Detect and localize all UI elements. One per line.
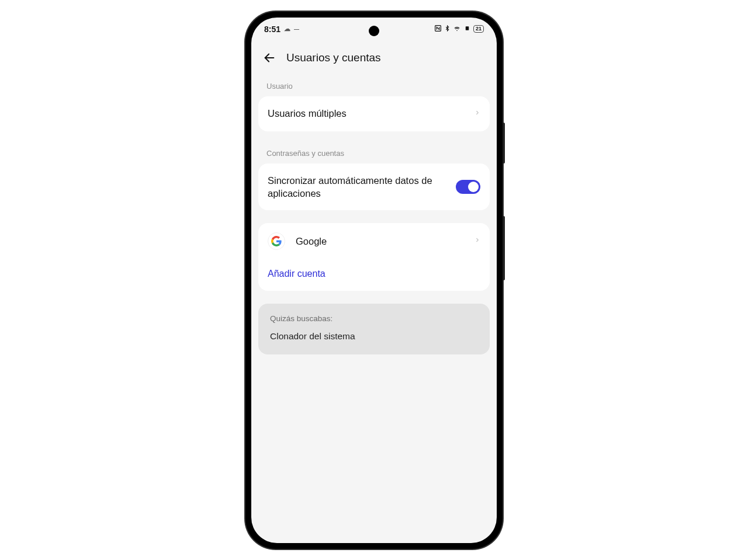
wifi-icon: [453, 25, 461, 34]
add-account-button[interactable]: Añadir cuenta: [258, 259, 490, 291]
row-label: Sincronizar automáticamente datos de apl…: [268, 174, 456, 200]
card-autosync: Sincronizar automáticamente datos de apl…: [258, 164, 490, 211]
row-multi-users[interactable]: Usuarios múltiples: [258, 96, 490, 131]
status-time: 8:51: [264, 25, 280, 34]
phone-side-button: [503, 216, 505, 280]
header: Usuarios y cuentas: [251, 41, 497, 77]
row-google-account[interactable]: Google: [258, 223, 490, 259]
google-icon: [268, 232, 285, 250]
status-left: 8:51 ☁ —: [264, 25, 299, 34]
chevron-right-icon: [475, 108, 480, 120]
suggestion-card: Quizás buscabas: Clonador del sistema: [258, 304, 490, 354]
row-label: Usuarios múltiples: [268, 107, 475, 120]
account-label: Google: [296, 236, 464, 247]
camera-cutout: [369, 26, 379, 36]
phone-side-button: [503, 123, 505, 164]
page-title: Usuarios y cuentas: [286, 51, 381, 64]
section-label-passwords: Contraseñas y cuentas: [258, 144, 490, 164]
vibrate-icon: [463, 25, 471, 33]
card-accounts: Google Añadir cuenta: [258, 223, 490, 291]
row-auto-sync[interactable]: Sincronizar automáticamente datos de apl…: [258, 164, 490, 211]
cloud-icon: ☁: [284, 25, 290, 33]
content: Usuario Usuarios múltiples Contraseñas y…: [251, 77, 497, 355]
arrow-left-icon: [263, 51, 276, 64]
svg-rect-1: [466, 26, 469, 30]
bluetooth-icon: [444, 25, 451, 34]
card-user: Usuarios múltiples: [258, 96, 490, 131]
status-right: 21: [434, 25, 484, 34]
suggestion-item[interactable]: Clonador del sistema: [270, 331, 478, 342]
minus-icon: —: [294, 26, 299, 32]
battery-icon: 21: [473, 25, 484, 33]
suggestion-title: Quizás buscabas:: [270, 314, 478, 323]
phone-frame: 8:51 ☁ — 21: [245, 12, 503, 549]
chevron-right-icon: [475, 235, 480, 247]
toggle-auto-sync[interactable]: [456, 180, 480, 194]
toggle-knob: [468, 182, 479, 192]
battery-level: 21: [476, 26, 482, 32]
nfc-icon: [434, 25, 442, 34]
back-button[interactable]: [263, 51, 276, 64]
section-label-user: Usuario: [258, 77, 490, 96]
screen: 8:51 ☁ — 21: [251, 18, 497, 543]
